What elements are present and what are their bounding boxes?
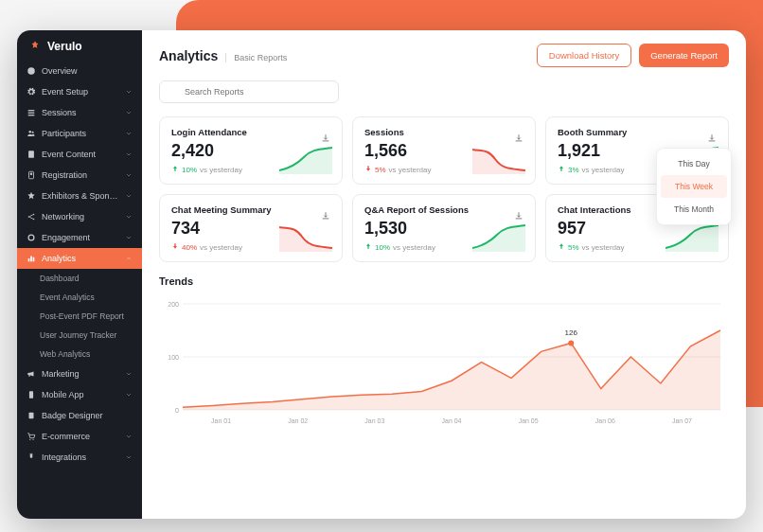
svg-rect-17 bbox=[33, 257, 35, 262]
delta-vs: vs yesterday bbox=[582, 166, 625, 174]
search-input[interactable] bbox=[159, 80, 339, 103]
trends-chart: 0100200Jan 01Jan 02Jan 03Jan 04Jan 05Jan… bbox=[159, 296, 729, 429]
chevron-down-icon bbox=[125, 88, 133, 96]
delta-vs: vs yesterday bbox=[200, 243, 242, 252]
metric-card-booth-summary[interactable]: Booth Summary 1,921 3%vs yesterday This … bbox=[545, 116, 729, 185]
arrow-up-icon bbox=[171, 165, 179, 174]
chart-peak-dot bbox=[568, 340, 574, 346]
chevron-up-icon bbox=[125, 255, 133, 262]
download-icon[interactable] bbox=[321, 130, 330, 139]
svg-text:100: 100 bbox=[168, 354, 179, 361]
svg-line-12 bbox=[29, 215, 32, 217]
search-wrap bbox=[159, 80, 729, 103]
sidebar-item-badge-designer[interactable]: Badge Designer bbox=[17, 405, 142, 426]
phone-icon bbox=[27, 390, 36, 399]
sidebar-item-event-setup[interactable]: Event Setup bbox=[17, 81, 142, 102]
sidebar-sub-event-analytics[interactable]: Event Analytics bbox=[17, 288, 142, 307]
mega-icon bbox=[27, 369, 36, 379]
arrow-up-icon bbox=[558, 242, 565, 252]
nav-label: Marketing bbox=[42, 369, 119, 379]
sidebar-item-registration[interactable]: Registration bbox=[17, 165, 142, 186]
svg-point-9 bbox=[28, 216, 30, 218]
sidebar-sub-web-analytics[interactable]: Web Analytics bbox=[17, 345, 142, 364]
svg-point-7 bbox=[30, 173, 33, 176]
svg-rect-1 bbox=[28, 110, 35, 111]
sidebar-item-marketing[interactable]: Marketing bbox=[17, 364, 142, 384]
svg-point-4 bbox=[29, 131, 32, 133]
brand[interactable]: Verulo bbox=[17, 30, 142, 61]
cards-row-2: Chat Meeting Summary 734 40%vs yesterday… bbox=[159, 194, 729, 262]
svg-text:Jan 02: Jan 02 bbox=[288, 417, 308, 424]
sparkline bbox=[472, 146, 525, 174]
info-icon bbox=[27, 66, 36, 76]
list-icon bbox=[27, 108, 36, 117]
sidebar-item-sessions[interactable]: Sessions bbox=[17, 102, 142, 123]
sparkline bbox=[279, 146, 332, 174]
sidebar-item-e-commerce[interactable]: E-commerce bbox=[17, 426, 142, 447]
nav-label: Badge Designer bbox=[42, 411, 133, 420]
sidebar-sub-dashboard[interactable]: Dashboard bbox=[17, 269, 142, 288]
svg-point-20 bbox=[29, 439, 30, 440]
cart-icon bbox=[27, 432, 36, 441]
nav-label: Mobile App bbox=[42, 390, 119, 399]
sidebar-item-event-content[interactable]: Event Content bbox=[17, 144, 142, 165]
ring-icon bbox=[27, 233, 36, 242]
nav-label: E-commerce bbox=[42, 432, 119, 441]
svg-text:200: 200 bbox=[168, 301, 179, 308]
period-option-this-week[interactable]: This Week bbox=[661, 175, 727, 198]
svg-rect-3 bbox=[28, 115, 35, 115]
card-title: Booth Summary bbox=[558, 127, 627, 137]
trends-title: Trends bbox=[159, 275, 729, 287]
card-title: Chat Interactions bbox=[558, 204, 631, 215]
metric-card-sessions[interactable]: Sessions 1,566 5%vs yesterday bbox=[352, 116, 536, 185]
svg-point-21 bbox=[32, 439, 33, 440]
download-history-button[interactable]: Download History bbox=[537, 44, 631, 67]
sidebar-item-mobile-app[interactable]: Mobile App bbox=[17, 384, 142, 405]
svg-rect-16 bbox=[30, 257, 32, 262]
sidebar-sub-post-event-pdf-report[interactable]: Post-Event PDF Report bbox=[17, 307, 142, 326]
svg-text:Jan 07: Jan 07 bbox=[672, 417, 692, 424]
nav-label: Event Content bbox=[42, 150, 119, 159]
chevron-down-icon bbox=[125, 433, 133, 440]
metric-card-login-attendance[interactable]: Login Attendance 2,420 10%vs yesterday bbox=[159, 116, 343, 185]
svg-rect-2 bbox=[28, 113, 35, 114]
arrow-down-icon bbox=[171, 242, 179, 252]
sidebar-item-participants[interactable]: Participants bbox=[17, 123, 142, 144]
delta-pct: 5% bbox=[568, 243, 579, 252]
svg-text:0: 0 bbox=[175, 407, 179, 414]
svg-point-0 bbox=[27, 67, 35, 75]
download-icon[interactable] bbox=[707, 130, 717, 139]
download-icon[interactable] bbox=[321, 207, 330, 217]
chevron-down-icon bbox=[125, 109, 133, 116]
nav-label: Integrations bbox=[42, 452, 119, 462]
sidebar-item-exhibitors-sponsors[interactable]: Exhibitors & Sponsors bbox=[17, 186, 142, 206]
header-left: Analytics Basic Reports bbox=[159, 48, 287, 63]
nav-label: Participants bbox=[42, 129, 119, 138]
period-option-this-day[interactable]: This Day bbox=[661, 152, 727, 175]
sidebar-item-integrations[interactable]: Integrations bbox=[17, 447, 142, 468]
chevron-down-icon bbox=[125, 453, 133, 461]
metric-card-chat-meeting-summary[interactable]: Chat Meeting Summary 734 40%vs yesterday bbox=[159, 194, 343, 262]
download-icon[interactable] bbox=[514, 130, 523, 139]
period-option-this-month[interactable]: This Month bbox=[661, 198, 727, 221]
nav-label: Sessions bbox=[42, 108, 119, 117]
svg-rect-18 bbox=[29, 391, 33, 399]
sidebar-item-engagement[interactable]: Engagement bbox=[17, 227, 142, 248]
sidebar-item-networking[interactable]: Networking bbox=[17, 206, 142, 227]
svg-text:Jan 06: Jan 06 bbox=[595, 417, 615, 424]
delta-pct: 5% bbox=[375, 166, 386, 174]
arrow-up-icon bbox=[558, 165, 565, 174]
nav-label: Event Setup bbox=[42, 87, 119, 97]
chevron-down-icon bbox=[125, 171, 133, 179]
generate-report-button[interactable]: Generate Report bbox=[639, 44, 729, 67]
svg-rect-19 bbox=[29, 413, 34, 419]
page-header: Analytics Basic Reports Download History… bbox=[159, 44, 729, 67]
brand-icon bbox=[28, 40, 42, 53]
sidebar-item-overview[interactable]: Overview bbox=[17, 61, 142, 81]
sidebar-item-analytics[interactable]: Analytics bbox=[17, 248, 142, 269]
metric-card-q-a-report-of-sessions[interactable]: Q&A Report of Sessions 1,530 10%vs yeste… bbox=[352, 194, 536, 262]
download-icon[interactable] bbox=[514, 207, 523, 217]
nav-label: Analytics bbox=[42, 254, 119, 263]
svg-point-5 bbox=[32, 132, 34, 133]
sidebar-sub-user-journey-tracker[interactable]: User Journey Tracker bbox=[17, 326, 142, 345]
